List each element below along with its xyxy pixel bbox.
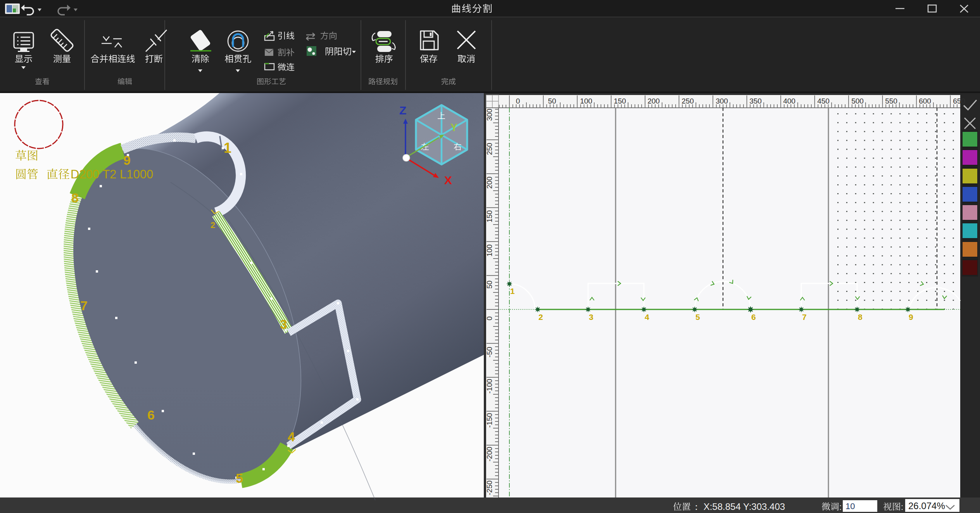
svg-text:0: 0	[485, 316, 493, 321]
svg-text:6: 6	[147, 408, 155, 422]
svg-text:300: 300	[485, 109, 493, 121]
svg-text::: :	[839, 502, 842, 512]
svg-text:： X:58.854 Y:303.403: ： X:58.854 Y:303.403	[692, 501, 785, 512]
svg-text:1: 1	[224, 140, 231, 156]
svg-text:5: 5	[695, 313, 700, 321]
svg-text:4: 4	[645, 313, 649, 321]
svg-text:1: 1	[510, 287, 515, 295]
svg-text:26.074%: 26.074%	[908, 501, 945, 511]
svg-text:5: 5	[236, 471, 243, 485]
svg-text:250: 250	[682, 97, 694, 105]
svg-text:X: X	[444, 174, 452, 187]
svg-text:2: 2	[210, 220, 215, 230]
svg-text:0: 0	[516, 97, 520, 105]
svg-text:7: 7	[80, 298, 88, 313]
svg-text:100: 100	[580, 97, 592, 105]
svg-text:3: 3	[589, 313, 594, 321]
svg-text:500: 500	[851, 97, 864, 105]
svg-text:3: 3	[280, 317, 287, 332]
svg-text:-100: -100	[485, 379, 493, 394]
svg-text:8: 8	[71, 190, 79, 205]
svg-text:Y: Y	[450, 122, 457, 133]
svg-text:7: 7	[802, 313, 807, 321]
svg-text:-250: -250	[485, 480, 493, 495]
svg-text:-150: -150	[485, 413, 493, 428]
svg-text:600: 600	[919, 97, 931, 105]
svg-text:-50: -50	[485, 347, 493, 357]
svg-text:100: 100	[485, 244, 493, 257]
svg-text::: :	[901, 502, 903, 512]
svg-text:250: 250	[485, 143, 493, 155]
svg-text:200: 200	[485, 176, 493, 189]
svg-text:550: 550	[885, 97, 897, 105]
svg-text:D200 T2 L1000: D200 T2 L1000	[71, 168, 153, 181]
svg-text:200: 200	[647, 97, 660, 105]
svg-text:2: 2	[538, 313, 543, 321]
svg-text:Z: Z	[399, 104, 406, 117]
svg-text:4: 4	[288, 429, 295, 444]
svg-text:150: 150	[485, 210, 493, 223]
svg-text:6: 6	[751, 313, 756, 321]
svg-text:8: 8	[858, 313, 863, 321]
svg-text:350: 350	[749, 97, 762, 105]
svg-text:650: 650	[953, 97, 965, 105]
svg-text:9: 9	[123, 153, 131, 168]
svg-text:150: 150	[614, 97, 626, 105]
svg-text:-200: -200	[485, 447, 493, 461]
svg-text:400: 400	[783, 97, 795, 105]
svg-text:10: 10	[845, 501, 855, 511]
svg-text:9: 9	[909, 313, 913, 321]
svg-text:300: 300	[716, 97, 728, 105]
svg-text:450: 450	[817, 97, 830, 105]
svg-text:50: 50	[485, 280, 493, 288]
svg-text:50: 50	[548, 97, 556, 105]
